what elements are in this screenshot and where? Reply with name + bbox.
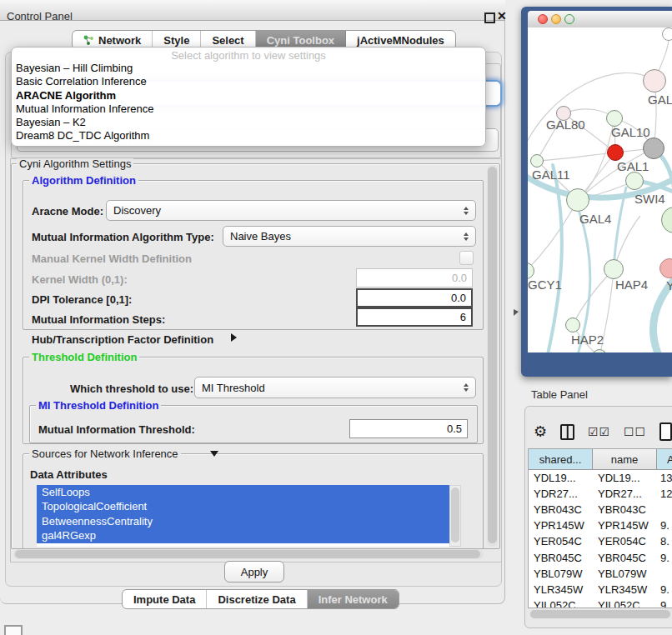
tab-label: jActiveMNodules	[357, 34, 444, 47]
list-scrollbar[interactable]	[449, 485, 461, 547]
control-panel-title: Control Panel	[7, 10, 73, 22]
attribute-name: SelfLoops	[42, 486, 90, 498]
table-body: YDL19... YDL19... 13 YDR27... YDR27... 1…	[529, 470, 672, 608]
dropdown-item[interactable]: Bayesian – Hill Climbing	[12, 62, 485, 75]
settings-horizontal-scrollbar[interactable]	[13, 549, 484, 559]
table-row[interactable]: YER054C YER054C 8.	[529, 533, 672, 549]
table-header-row: shared... name A	[529, 449, 672, 470]
dropdown-item[interactable]: Bayesian – K2	[12, 116, 485, 129]
sources-group-title[interactable]: Sources for Network Inference	[29, 448, 181, 460]
network-node-label: Y	[666, 278, 672, 292]
network-node-label: GAL4	[579, 212, 611, 226]
tab-label: Network	[98, 34, 141, 47]
bottom-tab[interactable]: Discretize Data	[207, 590, 307, 608]
cell-value: 9.	[657, 599, 672, 608]
dropdown-item[interactable]: Basic Correlation Inference	[12, 75, 485, 88]
cell-shared-name: YLR345W	[529, 583, 593, 596]
collapse-arrow-icon[interactable]	[210, 451, 218, 457]
network-node[interactable]	[530, 154, 544, 168]
dropdown-item-label: Basic Correlation Inference	[16, 75, 147, 88]
node-table: shared... name A YDL19... YDL19... 13 YD…	[528, 448, 672, 608]
dpi-tolerance-field[interactable]: 0.0	[356, 288, 473, 308]
cell-shared-name: YPR145W	[529, 519, 593, 532]
zoom-traffic-light[interactable]	[564, 14, 574, 24]
dropdown-item-label: Dream8 DC_TDC Algorithm	[16, 129, 149, 142]
gear-icon[interactable]: ⚙	[534, 424, 547, 439]
network-node[interactable]	[643, 69, 666, 92]
network-node[interactable]	[662, 28, 672, 41]
kernel-width-field[interactable]: 0.0	[356, 268, 473, 288]
bottom-tab[interactable]: Impute Data	[123, 590, 207, 608]
bottom-tab-label: Impute Data	[133, 593, 195, 606]
expander-arrow-icon[interactable]	[231, 333, 237, 342]
close-icon[interactable]: ✕	[497, 9, 507, 22]
manual-kernel-width-checkbox[interactable]	[459, 251, 474, 265]
attribute-list-item[interactable]: BetweennessCentrality	[37, 514, 449, 528]
mi-steps-field[interactable]: 6	[356, 308, 473, 327]
table-row[interactable]: YDL19... YDL19... 13	[529, 470, 672, 486]
column-header-cut[interactable]: A	[657, 449, 672, 469]
column-header-shared-name[interactable]: shared...	[529, 449, 593, 469]
table-row[interactable]: YDR27... YDR27... 12	[529, 486, 672, 502]
settings-vertical-scrollbar[interactable]	[487, 165, 498, 547]
network-node[interactable]	[566, 188, 589, 212]
network-node-label: GAL10	[611, 125, 650, 139]
network-window-titlebar[interactable]	[528, 11, 672, 28]
partial-bottom-icon[interactable]	[4, 625, 23, 635]
page-icon[interactable]	[659, 422, 672, 441]
network-node[interactable]	[643, 138, 664, 159]
network-node-label: GAL11	[532, 168, 570, 182]
table-row[interactable]: YBR043C YBR043C	[529, 502, 672, 518]
control-panel-titlebar[interactable]	[0, 0, 505, 21]
bottom-tab[interactable]: Infer Network	[308, 590, 399, 608]
mi-algorithm-type-value: Naive Bayes	[230, 230, 464, 242]
dropdown-item-label: ARACNE Algorithm	[16, 89, 116, 102]
network-node-label: HAP4	[615, 278, 648, 292]
table-horizontal-scrollbar[interactable]	[529, 609, 672, 619]
network-node[interactable]	[565, 318, 580, 332]
table-row[interactable]: YBR045C YBR045C 9.	[529, 549, 672, 565]
dropdown-item[interactable]: Mutual Information Inference	[12, 102, 485, 116]
dropdown-item[interactable]: ARACNE Algorithm	[12, 89, 485, 102]
network-node[interactable]	[606, 110, 623, 127]
column-header-name[interactable]: name	[593, 449, 657, 469]
table-row[interactable]: YPR145W YPR145W 9.	[529, 518, 672, 533]
table-row[interactable]: YLR345W YLR345W 9.	[529, 582, 672, 598]
attribute-list-item[interactable]: SelfLoops	[37, 485, 449, 499]
cell-shared-name: YIL052C	[529, 599, 593, 608]
screen: Control Panel ✕ Network	[0, 0, 672, 635]
network-node[interactable]	[607, 144, 624, 161]
stepper-arrows-icon	[464, 207, 469, 215]
unchecked-boxes-icon[interactable]: ☐☐	[624, 426, 646, 438]
minimize-traffic-light[interactable]	[551, 14, 561, 24]
table-row[interactable]: YBL079W YBL079W	[529, 566, 672, 582]
cell-shared-name: YBL079W	[529, 568, 593, 580]
cell-value: 8.	[657, 535, 672, 548]
dpi-tolerance-label: DPI Tolerance [0,1]:	[32, 293, 132, 306]
checked-boxes-icon[interactable]: ☑☑	[588, 426, 610, 438]
which-threshold-value: MI Threshold	[202, 382, 464, 394]
table-row[interactable]: YIL052C YIL052C 9.	[529, 598, 672, 608]
attribute-name: gal4RGexp	[42, 529, 96, 542]
which-threshold-combo[interactable]: MI Threshold	[194, 377, 476, 398]
dropdown-item[interactable]: Dream8 DC_TDC Algorithm	[12, 129, 485, 142]
float-window-icon[interactable]	[484, 12, 495, 23]
close-traffic-light[interactable]	[538, 14, 548, 24]
network-node[interactable]	[625, 172, 644, 190]
cell-name: YLR345W	[593, 583, 657, 596]
hub-definition-expander[interactable]: Hub/Transcription Factor Definition	[32, 333, 213, 346]
split-columns-icon[interactable]	[560, 424, 574, 440]
apply-button[interactable]: Apply	[224, 561, 284, 582]
network-canvas[interactable]: GALGAL80GAL10GAL1GAL11GAL4SWI4GCY1HAP4YH…	[528, 28, 672, 352]
data-attributes-list[interactable]: SelfLoops TopologicalCoefficient Between…	[37, 485, 449, 547]
network-node[interactable]	[604, 259, 624, 279]
attribute-list-item[interactable]: gal4RGexp	[37, 528, 449, 542]
network-node-label: GCY1	[528, 278, 562, 292]
mi-threshold-group-title: MI Threshold Definition	[36, 399, 161, 412]
mi-threshold-field[interactable]: 0.5	[349, 419, 468, 438]
mi-algorithm-type-combo[interactable]: Naive Bayes	[223, 226, 476, 247]
aracne-mode-combo[interactable]: Discovery	[106, 200, 476, 221]
cell-name: YBR045C	[593, 552, 657, 564]
attribute-list-item[interactable]: TopologicalCoefficient	[37, 499, 449, 513]
cell-name: YDL19...	[593, 472, 657, 484]
